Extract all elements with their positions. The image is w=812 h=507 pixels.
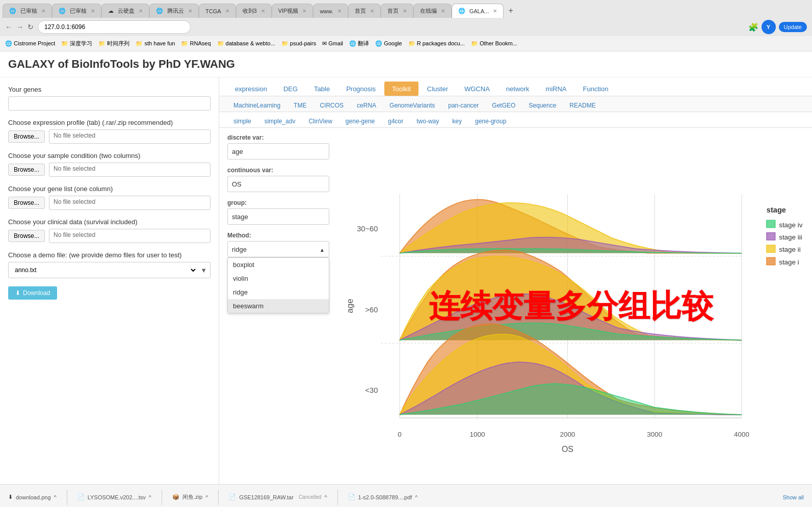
tab-7-close[interactable]: ✕ <box>302 8 306 14</box>
extensions-icon[interactable]: 🧩 <box>748 22 758 32</box>
tab-10-close[interactable]: ✕ <box>403 8 407 14</box>
download-item-4-chevron-icon[interactable]: ^ <box>324 494 327 500</box>
demo-select[interactable]: anno.txt <box>9 262 197 278</box>
tab-2[interactable]: 🌐 已审核 ✕ <box>52 4 101 18</box>
tab-circos[interactable]: CIRCOS <box>313 99 350 112</box>
tab-7[interactable]: VIP视频 ✕ <box>272 4 313 18</box>
download-item-3-chevron-icon[interactable]: ^ <box>205 494 208 500</box>
discrete-var-input[interactable] <box>227 143 329 159</box>
download-item-1-chevron-icon[interactable]: ^ <box>54 494 57 500</box>
tab-6[interactable]: 收到3 ✕ <box>236 4 272 18</box>
tab-machine-learning[interactable]: MachineLearning <box>227 99 286 112</box>
continuous-var-input[interactable] <box>227 176 329 192</box>
bookmark-translate[interactable]: 🌐 翻译 <box>349 40 369 47</box>
tab-3-close[interactable]: ✕ <box>139 8 143 14</box>
profile-avatar[interactable]: Y <box>762 20 776 34</box>
tab-cerna[interactable]: ceRNA <box>351 99 382 112</box>
condition-browse-button[interactable]: Browse... <box>8 164 45 176</box>
tab-4-close[interactable]: ✕ <box>188 8 192 14</box>
tab-mirna[interactable]: miRNA <box>538 82 574 96</box>
method-option-violin[interactable]: violin <box>228 272 329 285</box>
clinical-browse-button[interactable]: Browse... <box>8 230 45 242</box>
tab-simple[interactable]: simple <box>227 115 257 127</box>
gene-list-file-display: No file selected <box>49 196 211 210</box>
tab-pan-cancer[interactable]: pan-cancer <box>442 99 485 112</box>
bookmark-time-series[interactable]: 📁 时间序列 <box>98 40 129 47</box>
download-item-5-chevron-icon[interactable]: ^ <box>415 494 417 500</box>
download-item-3-name[interactable]: 闲鱼.zip <box>182 493 202 501</box>
download-item-4-name[interactable]: GSE128169_RAW.tar <box>239 494 294 500</box>
tab-function[interactable]: Function <box>575 82 616 96</box>
tab-3-label: 云硬盘 <box>118 7 135 15</box>
download-button[interactable]: ⬇ Download <box>8 286 57 300</box>
download-item-1-name[interactable]: download.png <box>16 494 51 500</box>
bookmark-psud[interactable]: 📁 psud-pairs <box>281 40 316 47</box>
tab-2-close[interactable]: ✕ <box>91 8 95 14</box>
tab-gene-group[interactable]: gene-group <box>469 115 512 127</box>
update-button[interactable]: Update <box>779 22 807 32</box>
tab-prognosis[interactable]: Prognosis <box>338 82 383 96</box>
bookmark-sth[interactable]: 📁 sth have fun <box>136 40 175 47</box>
method-option-beeswarm[interactable]: beeswarm <box>228 299 329 313</box>
tab-expression[interactable]: expression <box>227 82 275 96</box>
reload-button[interactable]: ↻ <box>28 23 34 31</box>
forward-button[interactable]: → <box>16 23 23 31</box>
tab-simple-adv[interactable]: simple_adv <box>258 115 302 127</box>
tab-5[interactable]: TCGA ✕ <box>199 4 236 18</box>
tab-tme[interactable]: TME <box>287 99 312 112</box>
method-select-button[interactable]: ridge <box>227 241 329 257</box>
tab-12[interactable]: 🌐 GALA... ✕ <box>452 4 504 18</box>
tab-cluster[interactable]: Cluster <box>420 82 456 96</box>
tab-two-way[interactable]: two-way <box>410 115 445 127</box>
bookmark-google[interactable]: 🌐 Google <box>375 40 402 47</box>
tab-3[interactable]: ☁ 云硬盘 ✕ <box>101 4 149 18</box>
tab-4[interactable]: 🌐 腾讯云 ✕ <box>149 4 199 18</box>
bookmark-rnaseq[interactable]: 📁 RNAseq <box>181 40 211 47</box>
bookmark-rpackages[interactable]: 📁 R packages docu... <box>408 40 465 47</box>
tab-3-icon: ☁ <box>108 8 114 14</box>
group-input[interactable] <box>227 208 329 225</box>
tab-getgeo[interactable]: GetGEO <box>486 99 521 112</box>
tab-10[interactable]: 首页 ✕ <box>381 4 413 18</box>
tab-6-close[interactable]: ✕ <box>261 8 265 14</box>
bookmark-deep-learning[interactable]: 📁 深度学习 <box>61 40 92 47</box>
tab-sequence[interactable]: Sequence <box>522 99 562 112</box>
show-all-button[interactable]: Show all <box>782 494 804 500</box>
expr-browse-button[interactable]: Browse... <box>8 130 45 143</box>
gene-list-browse-button[interactable]: Browse... <box>8 197 45 209</box>
back-button[interactable]: ← <box>5 23 12 31</box>
bookmark-cistrome[interactable]: 🌐 Cistrome Project <box>5 40 55 47</box>
tab-9-close[interactable]: ✕ <box>370 8 374 14</box>
download-item-5-name[interactable]: 1-s2.0-S088789....pdf <box>358 494 412 500</box>
tab-readme[interactable]: README <box>563 99 601 112</box>
tab-9[interactable]: 首页 ✕ <box>348 4 381 18</box>
download-item-2-chevron-icon[interactable]: ^ <box>149 494 151 500</box>
tab-clinview[interactable]: ClinView <box>302 115 338 127</box>
tab-8-close[interactable]: ✕ <box>337 8 342 14</box>
tab-1[interactable]: 🌐 已审核 ✕ <box>3 4 52 18</box>
bookmark-other[interactable]: 📁 Other Bookm... <box>471 40 517 47</box>
method-option-ridge[interactable]: ridge <box>228 285 329 299</box>
tab-1-close[interactable]: ✕ <box>41 8 45 14</box>
tab-table[interactable]: Table <box>306 82 337 96</box>
tab-wgcna[interactable]: WGCNA <box>457 82 497 96</box>
address-input[interactable] <box>38 20 191 34</box>
genes-input[interactable] <box>8 96 211 111</box>
tab-genome-variants[interactable]: GenomeVariants <box>383 99 441 112</box>
bookmark-gmail[interactable]: ✉ Gmail <box>322 40 343 47</box>
tab-11[interactable]: 在线编 ✕ <box>413 4 452 18</box>
tab-12-close[interactable]: ✕ <box>493 8 497 14</box>
download-item-2-name[interactable]: LYSOSOME.v202....tsv <box>88 494 146 500</box>
tab-11-close[interactable]: ✕ <box>441 8 445 14</box>
tab-deg[interactable]: DEG <box>276 82 305 96</box>
tab-key[interactable]: key <box>446 115 468 127</box>
new-tab-button[interactable]: + <box>504 4 518 18</box>
tab-gene-gene[interactable]: gene-gene <box>339 115 381 127</box>
method-option-boxplot[interactable]: boxplot <box>228 258 329 272</box>
tab-network[interactable]: network <box>499 82 537 96</box>
tab-toolkit[interactable]: Toolkit <box>384 82 418 96</box>
tab-g4cor[interactable]: g4cor <box>382 115 409 127</box>
bookmark-database[interactable]: 📁 database & webto... <box>217 40 275 47</box>
tab-8[interactable]: www. ✕ <box>313 4 348 18</box>
tab-5-close[interactable]: ✕ <box>225 8 229 14</box>
